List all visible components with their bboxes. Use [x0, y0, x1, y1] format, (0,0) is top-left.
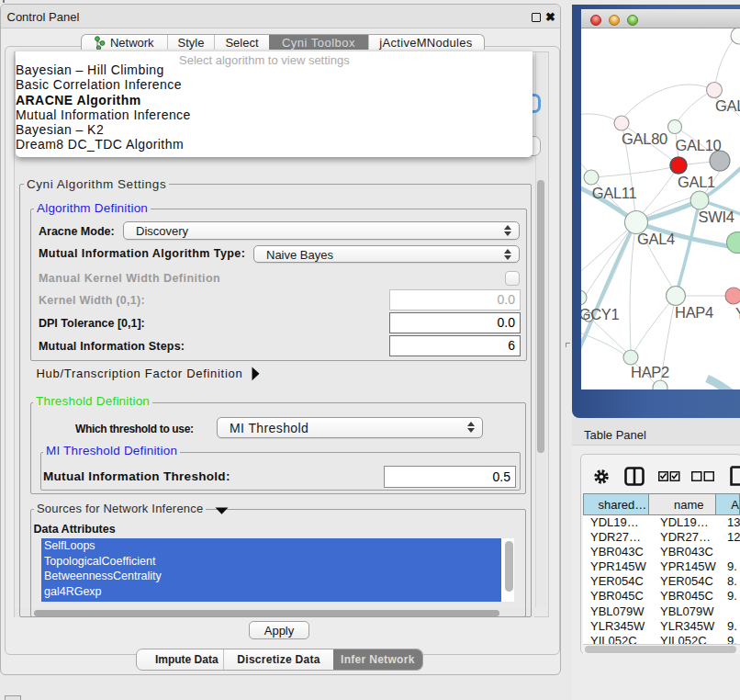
svg-text:GAL11: GAL11: [592, 185, 637, 201]
svg-text:HAP4: HAP4: [675, 304, 713, 321]
svg-text:HAP2: HAP2: [631, 364, 669, 380]
svg-text:SWI4: SWI4: [698, 209, 734, 225]
svg-text:GAL1: GAL1: [678, 174, 715, 190]
svg-text:GCY1: GCY1: [581, 306, 619, 322]
svg-text:GAL80: GAL80: [622, 130, 667, 147]
svg-text:GAL10: GAL10: [676, 137, 722, 153]
svg-text:GAL7: GAL7: [715, 97, 740, 114]
svg-text:YJ: YJ: [735, 305, 740, 322]
svg-text:GAL4: GAL4: [637, 231, 675, 247]
